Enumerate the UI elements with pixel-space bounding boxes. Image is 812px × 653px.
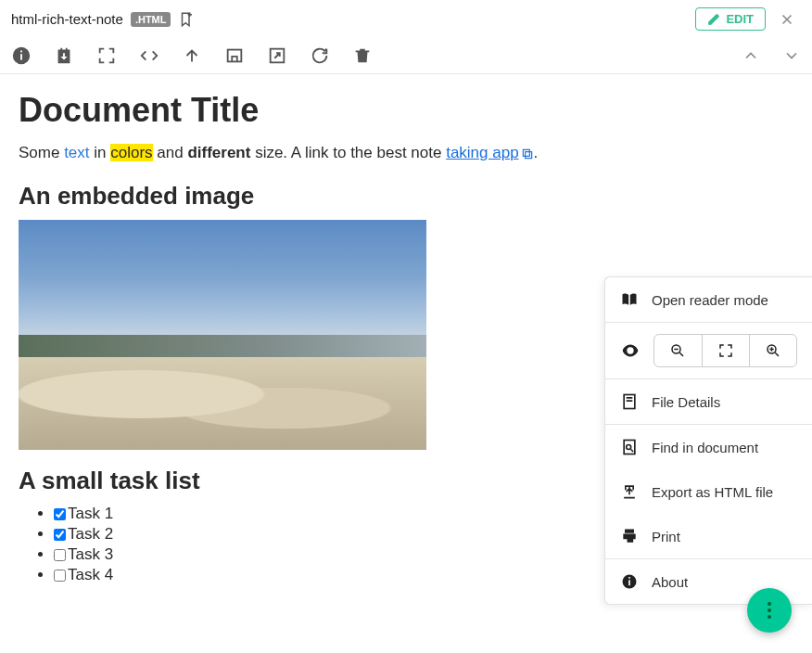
print-item[interactable]: Print xyxy=(605,514,812,558)
chevron-up-icon[interactable] xyxy=(742,46,760,65)
bookmark-add-icon[interactable] xyxy=(178,11,195,28)
svg-rect-15 xyxy=(628,577,630,579)
zoom-in-button[interactable] xyxy=(749,335,796,366)
para-text: in xyxy=(90,144,111,161)
doc-title: Document Title xyxy=(19,91,793,130)
filename: html-rich-text-note xyxy=(11,11,123,27)
header-bar: html-rich-text-note .HTML EDIT xyxy=(0,0,812,38)
fab-button[interactable] xyxy=(747,588,792,633)
para-text: size. A link to the best note xyxy=(250,144,446,161)
info-filled-icon xyxy=(620,572,639,591)
close-icon[interactable] xyxy=(773,11,801,28)
para-text: Some xyxy=(19,144,64,161)
panel-label: File Details xyxy=(652,394,720,410)
window-icon[interactable] xyxy=(224,45,245,66)
zoom-fit-button[interactable] xyxy=(702,335,749,366)
find-in-page-icon xyxy=(620,438,639,456)
task-label: Task 1 xyxy=(68,505,113,522)
svg-rect-6 xyxy=(525,151,531,158)
intro-paragraph: Some text in colors and different size. … xyxy=(19,141,793,165)
bold-text: different xyxy=(187,144,250,161)
link-text: taking app xyxy=(446,144,518,161)
zoom-out-button[interactable] xyxy=(654,335,702,366)
svg-rect-5 xyxy=(523,149,529,156)
embedded-image xyxy=(19,220,426,450)
task-checkbox[interactable] xyxy=(54,529,66,541)
book-icon xyxy=(620,290,639,309)
more-vertical-icon xyxy=(768,602,771,619)
task-label: Task 3 xyxy=(68,545,113,563)
external-link-icon xyxy=(521,147,534,160)
export-icon xyxy=(620,482,639,501)
svg-point-7 xyxy=(628,349,632,352)
toolbar xyxy=(0,38,812,74)
panel-label: Open reader mode xyxy=(652,292,768,308)
svg-rect-14 xyxy=(628,580,630,585)
para-text: and xyxy=(153,144,188,161)
task-checkbox[interactable] xyxy=(54,570,66,582)
task-checkbox[interactable] xyxy=(54,508,66,520)
external-link[interactable]: taking app xyxy=(446,144,533,161)
highlighted-text: colors xyxy=(110,144,152,161)
edit-label: EDIT xyxy=(726,12,754,26)
info-icon[interactable] xyxy=(11,45,32,66)
export-item[interactable]: Export as HTML file xyxy=(605,469,812,514)
task-label: Task 4 xyxy=(68,566,113,583)
refresh-icon[interactable] xyxy=(310,45,330,66)
svg-point-12 xyxy=(627,445,631,450)
panel-label: Find in document xyxy=(652,440,758,455)
edit-button[interactable]: EDIT xyxy=(695,7,766,31)
upload-icon[interactable] xyxy=(182,45,202,66)
colored-text: text xyxy=(64,144,89,161)
zoom-row xyxy=(605,322,812,378)
open-external-icon[interactable] xyxy=(267,45,287,66)
document-icon xyxy=(620,392,639,411)
extension-badge: .HTML xyxy=(131,12,171,27)
eye-icon[interactable] xyxy=(620,340,641,361)
print-icon xyxy=(620,527,639,545)
clipboard-download-icon[interactable] xyxy=(54,45,74,66)
trash-icon[interactable] xyxy=(352,45,373,66)
panel-label: About xyxy=(652,574,688,590)
chevron-down-icon[interactable] xyxy=(782,46,801,65)
task-label: Task 2 xyxy=(68,525,113,543)
open-reader-item[interactable]: Open reader mode xyxy=(605,277,812,322)
context-panel: Open reader mode File Details Find in do… xyxy=(604,276,812,605)
panel-label: Export as HTML file xyxy=(652,484,773,500)
fullscreen-icon[interactable] xyxy=(96,45,117,66)
svg-rect-2 xyxy=(20,51,22,53)
file-details-item[interactable]: File Details xyxy=(605,378,812,424)
zoom-group xyxy=(653,334,797,367)
image-heading: An embedded image xyxy=(19,182,793,211)
find-item[interactable]: Find in document xyxy=(605,424,812,469)
task-checkbox[interactable] xyxy=(54,549,66,561)
svg-rect-1 xyxy=(20,54,22,59)
panel-label: Print xyxy=(652,529,680,544)
code-icon[interactable] xyxy=(139,45,159,66)
para-text: . xyxy=(534,144,539,161)
